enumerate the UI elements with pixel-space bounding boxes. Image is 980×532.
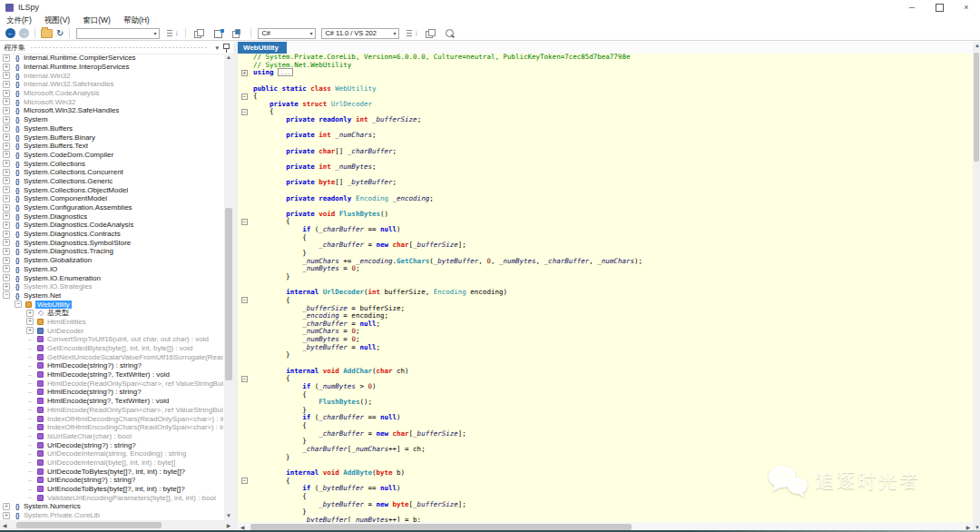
tree-item[interactable]: −{}System.Net [0,291,223,300]
tree-item[interactable]: +{}System.Diagnostics.Tracing [0,247,223,256]
scroll-right-icon[interactable]: ▶ [224,522,233,528]
scroll-left-icon[interactable]: ◀ [238,524,247,530]
tree-item[interactable]: –ValidateUrlEncodingParameters(byte[], i… [0,493,223,502]
code-view[interactable]: 追逐时光者 // System.Private.CoreLib, Version… [238,54,973,522]
expand-icon[interactable]: + [3,133,10,141]
tree-horizontal-scrollbar[interactable]: ◀ ▶ [0,520,233,530]
tree-item[interactable]: +{}System.Buffers.Text [0,142,223,151]
expand-icon[interactable]: + [3,151,10,158]
tree-vertical-scrollbar[interactable]: ▲ ▼ [224,54,233,520]
collapse-icon[interactable]: − [3,291,10,299]
tree-item[interactable]: +{}System.Collections.ObjectModel [0,185,223,194]
tree-item[interactable]: +{}System.CodeDom.Compiler [0,151,223,160]
tree-item[interactable]: +{}Microsoft.Win32 [0,97,223,106]
sort-assemblies-button[interactable] [164,28,180,39]
expand-icon[interactable]: + [3,195,10,202]
expand-icon[interactable]: + [3,81,10,88]
float-window-button[interactable] [191,28,207,39]
dock-window-button[interactable] [211,28,226,39]
tree-item[interactable]: –UrlEncodeToBytes(byte[]?, int, int) : b… [0,485,223,494]
tree-item[interactable]: +{}System.Globalization [0,256,223,265]
tree-item[interactable]: +{}System.Collections.Generic [0,177,223,186]
fold-collapse-icon[interactable]: − [241,376,248,382]
expand-icon[interactable]: + [26,318,34,325]
expand-icon[interactable]: + [3,265,10,272]
code-vertical-scrollbar[interactable]: ▲ ▼ [973,42,980,532]
refresh-button[interactable]: ↻ [56,29,64,38]
menu-help[interactable]: 帮助(H) [117,15,156,26]
panel-menu-icon[interactable]: ▾ [215,44,219,52]
collapse-icon[interactable]: − [15,300,22,308]
menu-file[interactable]: 文件(F) [0,15,38,26]
windows-list-button[interactable] [230,28,245,39]
tree-item[interactable]: –IsUrlSafeChar(char) : bool [0,432,223,441]
tree-item[interactable]: +{}Microsoft.Win32.SafeHandles [0,106,223,115]
expand-icon[interactable]: + [3,274,10,281]
fold-collapse-icon[interactable]: − [241,94,248,100]
new-window-button[interactable] [423,28,438,39]
expand-icon[interactable]: + [3,160,10,167]
tree-item[interactable]: –IndexOfHtmlDecodingChars(ReadOnlySpan<c… [0,414,223,423]
fold-collapse-icon[interactable]: − [241,219,248,225]
tree-item[interactable]: +{}System.Diagnostics [0,212,223,221]
code-hscroll-thumb[interactable] [250,524,632,530]
expand-icon[interactable]: + [3,64,10,71]
expand-icon[interactable]: + [3,231,10,238]
fold-collapse-icon[interactable]: − [241,478,248,484]
tree-item[interactable]: +{}System.IO [0,265,223,274]
tree-item[interactable]: –HtmlDecode(string?) : string? [0,361,223,370]
tree-item[interactable]: –HtmlDecode(string?, TextWriter) : void [0,370,223,379]
maximize-button[interactable] [926,0,953,15]
tree-item[interactable]: –HtmlEncode(string?) : string? [0,388,223,397]
tree-item[interactable]: –HtmlDecode(ReadOnlySpan<char>, ref Valu… [0,379,223,388]
tree-item[interactable]: +{}System.Buffers [0,124,223,133]
expand-icon[interactable]: + [3,177,10,184]
tree-item[interactable]: –IndexOfHtmlEncodingChars(ReadOnlySpan<c… [0,423,223,432]
expand-icon[interactable]: + [3,169,10,176]
expand-icon[interactable]: + [3,116,10,123]
tree-item[interactable]: +{}System [0,115,223,124]
expand-icon[interactable]: + [3,90,10,97]
scroll-right-icon[interactable]: ▶ [964,524,973,530]
expand-icon[interactable]: + [3,72,10,79]
tree-item[interactable]: +{}System.Collections [0,159,223,168]
tree-item[interactable]: +{}System.IO.Strategies [0,282,223,291]
expand-icon[interactable]: + [3,257,10,264]
expand-icon[interactable]: + [3,143,10,150]
tree-item[interactable]: +{}System.Private.CoreLib [0,511,223,520]
expand-icon[interactable]: + [3,512,10,519]
fold-collapse-icon[interactable]: − [241,297,248,303]
scroll-up-icon[interactable]: ▲ [224,54,233,62]
expand-icon[interactable]: + [3,54,10,62]
sort-alpha-button[interactable] [404,28,419,39]
tree-item[interactable]: +UrlDecoder [0,326,223,335]
scroll-up-icon[interactable]: ▲ [973,42,980,50]
expand-icon[interactable]: + [3,107,10,114]
expand-icon[interactable]: + [3,98,10,105]
tree-item[interactable]: +HtmlEntities [0,318,223,327]
expand-icon[interactable]: + [26,327,34,334]
tree-item[interactable]: +{}Internal.Runtime.CompilerServices [0,54,223,63]
search-button[interactable] [442,29,457,37]
back-button[interactable]: ← [5,28,15,38]
tree-item[interactable]: +{}Internal.Win32 [0,71,223,80]
compiler-version-combobox[interactable]: C# 11.0 / VS 202 ▾ [321,28,399,39]
tree-item[interactable]: +{}System.Numerics [0,502,223,511]
tree-item[interactable]: +{}System.Diagnostics.SymbolStore [0,238,223,247]
tree-item[interactable]: –UrlDecodeInternal(byte[], int, int) : b… [0,458,223,468]
tree-item[interactable]: +{}Internal.Win32.SafeHandles [0,80,223,89]
tree-item[interactable]: +{}System.Buffers.Binary [0,133,223,142]
tree-item[interactable]: –GetNextUnicodeScalarValueFromUtf16Surro… [0,352,223,361]
expand-icon[interactable]: + [3,186,10,193]
tree-item[interactable]: –HtmlEncode(string?, TextWriter) : void [0,397,223,406]
tree-item[interactable]: –ConvertSmpToUtf16(uint, out char, out c… [0,335,223,344]
fold-collapse-icon[interactable]: − [241,109,248,115]
expand-icon[interactable]: + [3,248,10,255]
code-vscroll-thumb[interactable] [974,53,979,162]
tab-webutility[interactable]: WebUtility [238,42,287,54]
expand-icon[interactable]: + [3,124,10,132]
close-button[interactable]: × [953,0,980,15]
menu-view[interactable]: 视图(V) [38,15,76,26]
tree-item[interactable]: −WebUtility [0,300,223,309]
tree-item[interactable]: +{}System.Diagnostics.CodeAnalysis [0,221,223,230]
